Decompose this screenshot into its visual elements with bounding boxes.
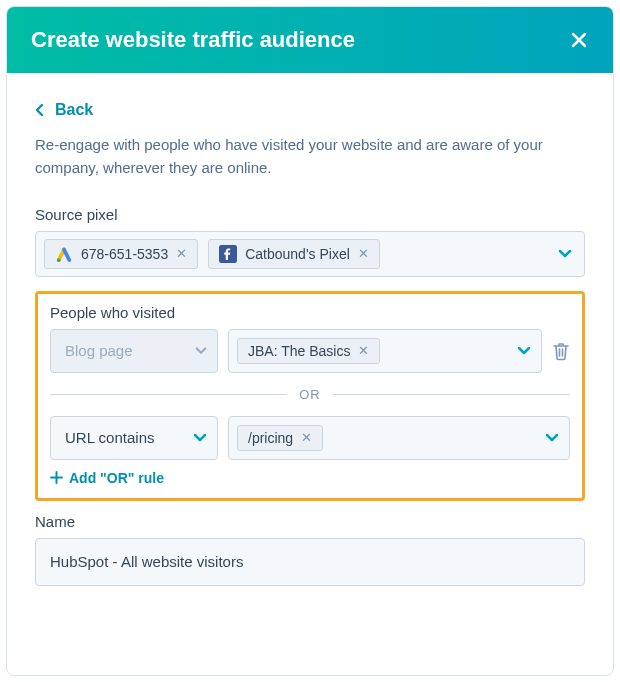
rule-row: Blog page JBA: The Basics ✕ [50,329,570,373]
chevron-left-icon [35,103,45,117]
name-label: Name [35,513,585,530]
rule-type-select[interactable]: Blog page [50,329,218,373]
chevron-down-icon [558,249,572,259]
source-pixel-label: Source pixel [35,206,585,223]
delete-rule-icon[interactable] [552,341,570,361]
chevron-down-icon [193,433,207,443]
visited-section: People who visited Blog page JBA: The Ba… [35,291,585,501]
rule-value-select[interactable]: /pricing ✕ [228,416,570,460]
remove-tag-icon[interactable]: ✕ [176,246,187,261]
remove-tag-icon[interactable]: ✕ [358,246,369,261]
rule-chip: /pricing ✕ [237,425,323,451]
back-button[interactable]: Back [35,101,585,119]
chevron-down-icon [545,433,559,443]
add-or-rule-button[interactable]: Add "OR" rule [50,470,570,486]
or-divider: OR [50,387,570,402]
chevron-down-icon [517,346,531,356]
rule-type-value: Blog page [65,342,133,359]
modal-body: Back Re-engage with people who have visi… [7,73,613,675]
or-label: OR [299,387,321,402]
back-label: Back [55,101,93,119]
modal-title: Create website traffic audience [31,27,355,53]
description-text: Re-engage with people who have visited y… [35,133,585,180]
rule-chip: JBA: The Basics ✕ [237,338,380,364]
remove-chip-icon[interactable]: ✕ [358,343,369,358]
tag-label: 678-651-5353 [81,246,168,262]
source-pixel-tag: Catbound's Pixel ✕ [208,239,380,269]
modal-header: Create website traffic audience [7,7,613,73]
rule-type-value: URL contains [65,429,155,446]
tag-label: Catbound's Pixel [245,246,350,262]
name-input[interactable] [35,538,585,586]
source-pixel-tag: 678-651-5353 ✕ [44,239,198,269]
chip-label: /pricing [248,430,293,446]
google-ads-icon [55,245,73,263]
divider-line [333,394,570,395]
rule-value-select[interactable]: JBA: The Basics ✕ [228,329,542,373]
plus-icon [50,471,63,484]
facebook-icon [219,245,237,263]
rule-row: URL contains /pricing ✕ [50,416,570,460]
close-icon[interactable] [569,30,589,50]
rule-type-select[interactable]: URL contains [50,416,218,460]
source-pixel-select[interactable]: 678-651-5353 ✕ Catbound's Pixel ✕ [35,231,585,277]
remove-chip-icon[interactable]: ✕ [301,430,312,445]
chevron-down-icon [195,346,207,355]
divider-line [50,394,287,395]
chip-label: JBA: The Basics [248,343,350,359]
add-or-label: Add "OR" rule [69,470,164,486]
svg-point-0 [57,258,61,262]
visited-label: People who visited [50,304,570,321]
modal: Create website traffic audience Back Re-… [6,6,614,676]
